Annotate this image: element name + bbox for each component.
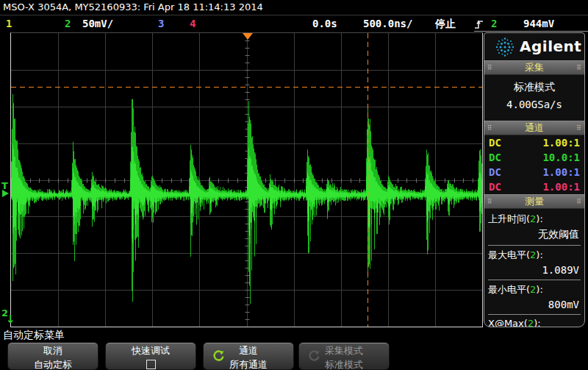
measure-value: 无效阈值 xyxy=(488,226,581,244)
divider xyxy=(488,245,581,246)
section-title: 测量 xyxy=(525,195,544,208)
coupling: DC xyxy=(489,137,501,149)
grip-icon: ⠿ xyxy=(576,199,581,205)
channel-4-button[interactable]: 4 xyxy=(190,18,196,29)
softkey-label: 快速调试 xyxy=(106,344,196,357)
oscilloscope-screen: MSO-X 3054A, MY52160933: Fri Apr 18 11:1… xyxy=(0,0,588,370)
measure-name: 上升时间 xyxy=(488,213,526,224)
channel-1-button[interactable]: 1 xyxy=(6,18,12,29)
titlebar: MSO-X 3054A, MY52160933: Fri Apr 18 11:1… xyxy=(0,0,588,15)
divider xyxy=(488,280,581,280)
channel-3-row[interactable]: DC 1.00:1 xyxy=(484,165,584,179)
grip-icon: ⠿ xyxy=(487,199,492,205)
channel-2-scale[interactable]: 50mV/ xyxy=(82,18,113,29)
trigger-time-marker-icon[interactable] xyxy=(243,33,253,40)
channel-2-button[interactable]: 2 xyxy=(65,18,71,29)
coupling: DC xyxy=(489,166,501,178)
measurements-panel: 上升时间(2): 无效阈值 最大电平(2): 1.089V 最小电平(2): 8… xyxy=(484,209,584,327)
cycle-icon xyxy=(212,349,225,362)
measurement-max-level: 最大电平(2): 1.089V xyxy=(488,246,581,279)
acquire-info: 标准模式 4.00GSa/s xyxy=(484,75,584,121)
divider xyxy=(488,314,581,315)
measurement-x-at-max: X@Max(2): 1.2650us xyxy=(488,316,581,327)
softkey-label: 自动定标 xyxy=(8,358,98,370)
measurement-min-level: 最小电平(2): 800mV xyxy=(488,281,581,313)
grip-icon: ⠿ xyxy=(487,125,492,132)
grip-icon: ⠿ xyxy=(576,125,581,132)
cycle-icon-disabled xyxy=(308,349,320,362)
measure-channel: 2 xyxy=(528,318,534,327)
section-header-measure[interactable]: ⠿ 测量 ⠿ xyxy=(484,194,584,209)
probe-ratio: 1.00:1 xyxy=(542,181,580,193)
section-header-acquire[interactable]: ⠿ 采集 ⠿ xyxy=(484,60,584,75)
section-title: 采集 xyxy=(525,61,544,74)
status-bar: 1 2 50mV/ 3 4 0.0s 500.0ns/ 停止 2 944mV xyxy=(0,15,588,32)
channel-2-ground-arrow-icon: ↓ xyxy=(6,313,15,326)
measure-value: 800mV xyxy=(488,296,581,313)
trigger-level-value[interactable]: 944mV xyxy=(523,18,554,29)
trigger-edge-icon xyxy=(474,18,484,29)
probe-ratio: 1.00:1 xyxy=(542,166,580,178)
timebase-scale[interactable]: 500.0ns/ xyxy=(363,18,412,29)
run-state-badge: 停止 xyxy=(435,18,456,31)
menu-title: 自动定标菜单 xyxy=(3,329,65,342)
channel-4-row[interactable]: DC 1.00:1 xyxy=(484,179,584,194)
softkey-quick-debug[interactable]: 快速调试 xyxy=(105,342,196,370)
trigger-level-arrow-icon[interactable] xyxy=(2,190,9,197)
channel-1-row[interactable]: DC 1.00:1 xyxy=(484,135,584,150)
section-title: 通道 xyxy=(525,121,544,135)
coupling: DC xyxy=(489,181,501,193)
waveform-canvas[interactable] xyxy=(11,33,482,327)
trigger-section-divider xyxy=(474,31,588,32)
model-serial-datetime: MSO-X 3054A, MY52160933: Fri Apr 18 11:1… xyxy=(3,1,263,13)
checkbox-unchecked-icon[interactable] xyxy=(146,360,156,369)
section-header-channels[interactable]: ⠿ 通道 ⠿ xyxy=(484,121,584,135)
brand-name: Agilent xyxy=(520,38,581,55)
trigger-source[interactable]: 2 xyxy=(491,18,497,29)
channel-2-row[interactable]: DC 10.0:1 xyxy=(484,150,584,165)
grip-icon: ⠿ xyxy=(576,65,581,71)
measure-name: 最小电平 xyxy=(488,284,526,295)
grip-icon: ⠿ xyxy=(487,65,492,71)
softkey-acquire-mode[interactable]: 采集模式 标准模式 xyxy=(298,342,390,370)
waveform-display xyxy=(10,32,483,327)
probe-ratio: 10.0:1 xyxy=(542,152,580,163)
softkey-cancel-autoscale[interactable]: 取消 自动定标 xyxy=(7,342,98,370)
probe-ratio: 1.00:1 xyxy=(542,137,580,149)
agilent-starburst-icon xyxy=(492,35,518,60)
measure-value: 1.089V xyxy=(488,262,581,279)
sample-rate: 4.00GSa/s xyxy=(484,94,584,110)
measurement-rise-time: 上升时间(2): 无效阈值 xyxy=(488,210,581,244)
softkey-channels[interactable]: 通道 所有通道 xyxy=(203,342,294,370)
horizontal-delay[interactable]: 0.0s xyxy=(312,18,337,29)
coupling: DC xyxy=(489,152,501,163)
softkey-label: 取消 xyxy=(8,344,98,357)
channel-3-button[interactable]: 3 xyxy=(158,18,164,29)
acquire-mode: 标准模式 xyxy=(484,75,584,94)
measure-name: 最大电平 xyxy=(488,249,526,260)
info-sidebar: Agilent ⠿ 采集 ⠿ 标准模式 4.00GSa/s ⠿ 通道 ⠿ DC … xyxy=(484,32,585,327)
measure-name: X@Max xyxy=(488,318,524,327)
brand-header: Agilent xyxy=(484,33,584,60)
